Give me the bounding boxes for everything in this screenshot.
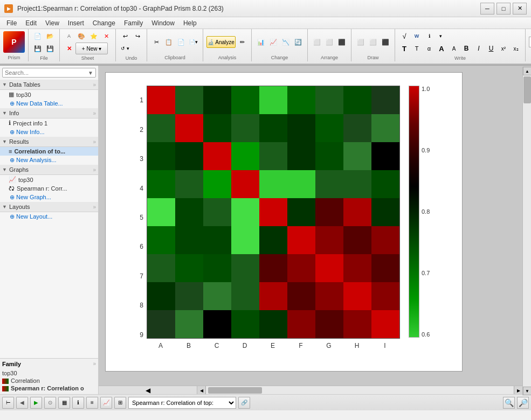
search-input[interactable] bbox=[5, 69, 88, 76]
pencil-btn[interactable]: ✏ bbox=[236, 36, 248, 48]
nav-new-graph[interactable]: ⊕ New Graph... bbox=[0, 193, 98, 202]
A-small[interactable]: A bbox=[448, 43, 460, 54]
scroll-up-btn[interactable]: ▲ bbox=[523, 67, 531, 75]
info-btn[interactable]: ℹ bbox=[423, 30, 435, 42]
arrange3-btn[interactable]: ⬛ bbox=[336, 36, 348, 48]
copy-btn[interactable]: 📋 bbox=[163, 36, 175, 48]
status-nav-record[interactable]: ⊙ bbox=[44, 397, 56, 409]
line-chart-btn[interactable]: 📈 bbox=[267, 36, 279, 48]
new-btn[interactable]: + New ▾ bbox=[75, 43, 108, 54]
arrange2-btn[interactable]: ⬜ bbox=[323, 36, 335, 48]
minimize-button[interactable]: ─ bbox=[480, 3, 494, 15]
nav-section-graphs-header[interactable]: ▼ Graphs » bbox=[0, 165, 98, 175]
delete-btn[interactable]: ✕ bbox=[63, 43, 75, 54]
nav-new-analysis[interactable]: ⊕ New Analysis... bbox=[0, 156, 98, 165]
T-btn[interactable]: T bbox=[398, 43, 410, 54]
nav-section-results-header[interactable]: ▼ Results » bbox=[0, 137, 98, 147]
redo-btn[interactable]: ↪ bbox=[132, 30, 143, 42]
nav-item-projectinfo[interactable]: ℹ Project info 1 bbox=[0, 118, 98, 128]
search-dropdown-icon[interactable]: ▼ bbox=[88, 70, 93, 76]
h-scroll-corner-left[interactable]: ◀ bbox=[99, 386, 197, 394]
star-btn[interactable]: ⭐ bbox=[88, 30, 100, 42]
color-btn[interactable]: 🎨 bbox=[75, 30, 87, 42]
v-scrollbar: ▲ ▼ bbox=[522, 67, 531, 394]
zoom-out-btn[interactable]: 🔍 bbox=[503, 397, 515, 409]
refresh-btn[interactable]: 🔄 bbox=[292, 36, 304, 48]
graph-area[interactable]: 1 2 3 4 5 6 7 8 9 bbox=[99, 66, 531, 386]
h-scroll-left-btn[interactable]: ◀ bbox=[197, 386, 206, 394]
menu-family[interactable]: Family bbox=[120, 17, 147, 29]
superscript-btn[interactable]: x² bbox=[498, 43, 509, 54]
T2-btn[interactable]: T bbox=[411, 43, 423, 54]
menu-change[interactable]: Change bbox=[88, 17, 120, 29]
italic-btn[interactable]: I bbox=[473, 43, 485, 54]
paste-btn[interactable]: 📄 bbox=[175, 36, 187, 48]
menu-help[interactable]: Help bbox=[179, 17, 201, 29]
word-btn[interactable]: W bbox=[411, 30, 423, 42]
status-nav-play[interactable]: ▶ bbox=[30, 397, 42, 409]
open-file-btn[interactable]: 📂 bbox=[44, 30, 56, 42]
nav-item-correlation[interactable]: ≡ Correlation of to... bbox=[0, 147, 98, 156]
nav-section-datatables-header[interactable]: ▼ Data Tables » bbox=[0, 80, 98, 90]
nav-item-graph-top30[interactable]: 📈 top30 bbox=[0, 175, 98, 184]
current-graph-select[interactable]: Spearman r: Correlation of top: bbox=[128, 397, 236, 409]
family-item-spearman[interactable]: Spearman r: Correlation o bbox=[2, 384, 96, 392]
status-nav-layout[interactable]: ⊞ bbox=[114, 397, 126, 409]
paste2-btn[interactable]: 📄▾ bbox=[188, 36, 199, 48]
status-nav-info[interactable]: ℹ bbox=[72, 397, 84, 409]
scroll-down-btn[interactable]: ▼ bbox=[523, 387, 531, 394]
nav-new-layout[interactable]: ⊕ New Layout... bbox=[0, 212, 98, 221]
new-file-btn[interactable]: 📄 bbox=[32, 30, 44, 42]
alpha-btn[interactable]: α bbox=[423, 43, 435, 54]
menu-window[interactable]: Window bbox=[147, 17, 179, 29]
h-scroll-right-btn[interactable]: ▶ bbox=[514, 386, 522, 394]
status-nav-table[interactable]: ▦ bbox=[58, 397, 70, 409]
h-scroll-thumb[interactable] bbox=[208, 387, 262, 394]
subscript-btn[interactable]: x₂ bbox=[510, 43, 522, 54]
status-nav-first[interactable]: ⊢ bbox=[2, 397, 14, 409]
family-item-correlation[interactable]: Correlation bbox=[2, 377, 96, 384]
menu-insert[interactable]: Insert bbox=[64, 17, 88, 29]
undo2-btn[interactable]: ↺ ▾ bbox=[119, 43, 131, 54]
sqrt-btn[interactable]: √ bbox=[398, 30, 410, 42]
analyze-btn[interactable]: 🔬 Analyze bbox=[206, 36, 236, 48]
nav-new-datatable[interactable]: ⊕ New Data Table... bbox=[0, 99, 98, 108]
nav-section-layouts-header[interactable]: ▼ Layouts » bbox=[0, 202, 98, 212]
status-nav-results[interactable]: ≡ bbox=[86, 397, 98, 409]
maximize-button[interactable]: □ bbox=[496, 3, 511, 15]
saveas-btn[interactable]: 💾 bbox=[44, 43, 56, 54]
format-btn[interactable]: A bbox=[63, 30, 75, 42]
nav-new-info[interactable]: ⊕ New Info... bbox=[0, 128, 98, 137]
nav-item-top30[interactable]: ▦ top30 bbox=[0, 90, 98, 99]
family-item-top30[interactable]: top30 bbox=[2, 369, 96, 377]
x-btn[interactable]: ✕ bbox=[100, 30, 112, 42]
save-btn[interactable]: 💾 bbox=[32, 43, 44, 54]
menu-view[interactable]: View bbox=[41, 17, 64, 29]
font-select[interactable] bbox=[529, 37, 531, 47]
status-nav-prev[interactable]: ◀ bbox=[16, 397, 28, 409]
zoom-in-btn[interactable]: 🔎 bbox=[517, 397, 529, 409]
heatmap-grid bbox=[147, 86, 400, 339]
status-link-btn[interactable]: 🔗 bbox=[238, 397, 250, 409]
write-dd-btn[interactable]: ▾ bbox=[436, 30, 445, 42]
status-nav-graph[interactable]: 📈 bbox=[100, 397, 112, 409]
menu-file[interactable]: File bbox=[2, 17, 21, 29]
draw2-btn[interactable]: ⬜ bbox=[367, 36, 379, 48]
scatter-btn[interactable]: 📉 bbox=[280, 36, 292, 48]
prism-logo[interactable]: P bbox=[3, 31, 25, 53]
bar-chart-btn[interactable]: 📊 bbox=[255, 36, 267, 48]
cut-btn[interactable]: ✂ bbox=[150, 36, 162, 48]
underline-btn[interactable]: U bbox=[485, 43, 497, 54]
v-scroll-thumb[interactable] bbox=[523, 76, 531, 103]
A-large[interactable]: A bbox=[436, 43, 447, 54]
close-button[interactable]: ✕ bbox=[513, 3, 527, 15]
search-box[interactable]: ▼ bbox=[2, 68, 96, 78]
draw1-btn[interactable]: ⬜ bbox=[355, 36, 367, 48]
arrange-btn[interactable]: ⬜ bbox=[311, 36, 323, 48]
undo-btn[interactable]: ↩ bbox=[119, 30, 131, 42]
nav-section-info-header[interactable]: ▼ Info » bbox=[0, 108, 98, 118]
bold-btn[interactable]: B bbox=[460, 43, 472, 54]
draw3-btn[interactable]: ⬛ bbox=[380, 36, 391, 48]
menu-edit[interactable]: Edit bbox=[21, 17, 41, 29]
nav-item-spearman[interactable]: 🗘 Spearman r: Corr... bbox=[0, 184, 98, 193]
